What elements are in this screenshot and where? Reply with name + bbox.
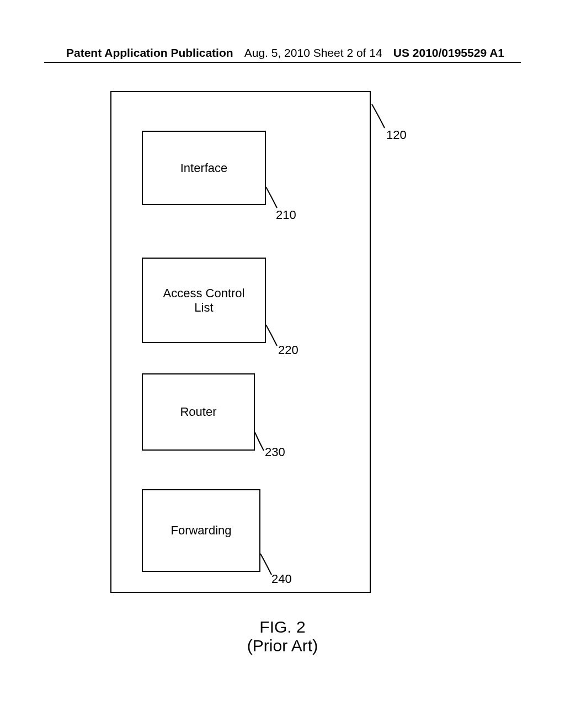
ref-router: 230 [265, 445, 285, 459]
header-left: Patent Application Publication [66, 46, 233, 60]
leader-line-outer [371, 103, 393, 131]
ref-interface: 210 [276, 208, 296, 222]
ref-outer: 120 [386, 128, 407, 142]
block-interface: Interface [142, 131, 266, 205]
caption-line1: FIG. 2 [0, 618, 565, 636]
block-interface-label: Interface [180, 161, 228, 175]
block-forwarding-label: Forwarding [170, 523, 231, 538]
block-router-label: Router [180, 405, 216, 419]
block-acl-label: Access Control List [163, 286, 245, 315]
header-right: US 2010/0195529 A1 [393, 46, 504, 60]
header-center: Aug. 5, 2010 Sheet 2 of 14 [244, 46, 382, 60]
block-forwarding: Forwarding [142, 489, 260, 572]
figure-caption: FIG. 2 (Prior Art) [0, 618, 565, 655]
outer-container-box: 120 Interface 210 Access Control List 22… [110, 91, 371, 593]
header-rule [44, 62, 521, 63]
ref-acl: 220 [278, 343, 299, 357]
ref-forwarding: 240 [271, 572, 292, 586]
block-router: Router [142, 373, 255, 451]
block-acl: Access Control List [142, 258, 266, 343]
caption-line2: (Prior Art) [0, 636, 565, 655]
page-header: Patent Application Publication Aug. 5, 2… [0, 46, 565, 60]
